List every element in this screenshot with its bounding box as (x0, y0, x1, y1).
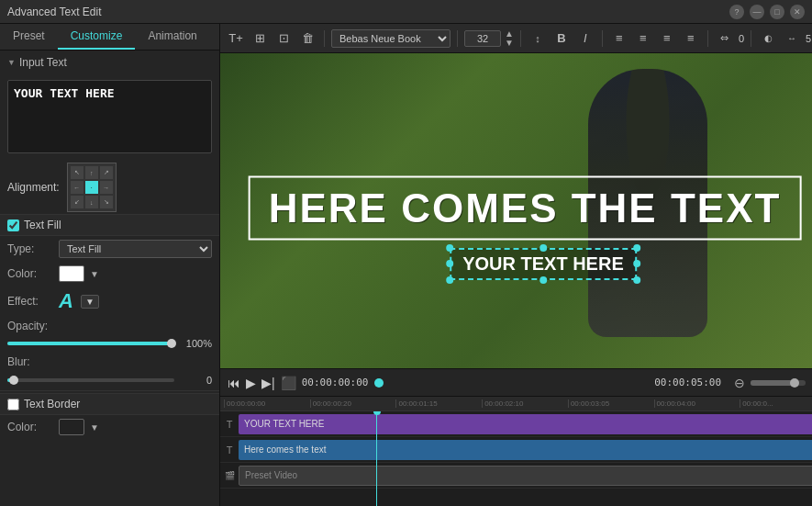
main-layout: Preset Customize Animation ▼ Input Text … (0, 24, 812, 506)
minimize-button[interactable]: — (750, 5, 764, 19)
grid-button[interactable]: ⊞ (250, 28, 270, 49)
timeline: 00:00:00:00 00:00:00:20 00:00:01:15 00:0… (220, 396, 812, 506)
left-panel: Preset Customize Animation ▼ Input Text … (0, 24, 220, 506)
handle-tm[interactable] (539, 244, 547, 252)
handle-ml[interactable] (446, 260, 453, 267)
border-color-swatch[interactable] (59, 419, 84, 435)
ruler-mark-1: 00:00:00:20 (310, 399, 396, 408)
align-bot-left[interactable]: ↙ (71, 196, 83, 208)
selected-text[interactable]: YOUR TEXT HERE (450, 248, 637, 280)
align-justify-button[interactable]: ≡ (681, 28, 701, 49)
opacity-button[interactable]: ◐ (758, 28, 778, 49)
text-border-section[interactable]: Text Border (0, 393, 219, 415)
blur-slider[interactable] (7, 378, 174, 382)
color-dropdown[interactable]: ▼ (90, 269, 99, 279)
align-top-right[interactable]: ↗ (100, 166, 113, 179)
align-top-center[interactable]: ↑ (85, 166, 98, 179)
selected-text-wrapper: YOUR TEXT HERE (450, 248, 637, 280)
handle-mr[interactable] (633, 260, 640, 267)
tab-preset[interactable]: Preset (0, 24, 58, 50)
selected-text-container[interactable]: YOUR TEXT HERE (450, 248, 637, 280)
text-border-checkbox[interactable] (7, 399, 19, 410)
track-3: 🎬 Preset Video (220, 463, 812, 489)
maximize-button[interactable]: □ (770, 5, 784, 19)
track-2-icon: T (220, 444, 239, 455)
playhead[interactable] (376, 411, 377, 506)
text-fill-checkbox[interactable] (7, 219, 19, 231)
align-mid-center[interactable]: · (85, 181, 98, 194)
zoom-slider[interactable] (751, 380, 806, 386)
opacity-value: 100% (180, 338, 212, 349)
align-mid-right[interactable]: → (100, 181, 113, 194)
handle-tl[interactable] (446, 244, 453, 252)
track-3-clip[interactable]: Preset Video (239, 466, 812, 486)
tab-animation[interactable]: Animation (135, 24, 209, 50)
size-button[interactable]: ↔ (782, 28, 802, 49)
video-background: HERE COMES THE TEXT YOUR TEXT HERE (220, 53, 812, 368)
color-row: Color: ▼ (0, 262, 219, 286)
track-1-icon: T (220, 419, 239, 430)
add-text-button[interactable]: T+ (226, 28, 246, 49)
handle-bl[interactable] (446, 276, 453, 284)
handle-bm[interactable] (539, 276, 547, 284)
type-label: Type: (7, 242, 53, 255)
align-center-button[interactable]: ≡ (633, 28, 653, 49)
rewind-button[interactable]: ⏮ (228, 376, 240, 390)
separator-2 (457, 30, 458, 47)
delete-button[interactable]: 🗑 (297, 28, 317, 49)
track-3-content[interactable]: Preset Video (239, 466, 812, 486)
track-1-content[interactable]: YOUR TEXT HERE (239, 414, 812, 434)
bold-button[interactable]: B (551, 28, 572, 49)
step-forward-button[interactable]: ▶| (261, 376, 275, 390)
align-right-button[interactable]: ≡ (657, 28, 677, 49)
playhead-dot[interactable] (374, 378, 384, 388)
layout-button[interactable]: ⊡ (273, 28, 294, 49)
timeline-tracks: T YOUR TEXT HERE T Here comes the text (220, 411, 812, 506)
handle-tr[interactable] (633, 244, 640, 252)
italic-button[interactable]: I (575, 28, 595, 49)
align-left-button[interactable]: ≡ (609, 28, 629, 49)
track-3-label: Preset Video (245, 470, 297, 480)
blur-slider-row: 0 (0, 372, 219, 388)
align-bot-center[interactable]: ↓ (85, 196, 98, 208)
handle-br[interactable] (633, 276, 640, 284)
type-row: Type: Text Fill (0, 236, 219, 262)
effect-dropdown-btn[interactable]: ▼ (81, 295, 99, 309)
type-select[interactable]: Text Fill (59, 240, 212, 258)
separator-4 (602, 30, 603, 47)
font-size-input[interactable] (464, 30, 501, 47)
align-mid-left[interactable]: ← (71, 181, 83, 194)
tab-bar: Preset Customize Animation (0, 24, 219, 51)
help-button[interactable]: ? (729, 5, 744, 19)
border-color-label: Color: (7, 421, 53, 433)
color-swatch[interactable] (59, 265, 84, 282)
opacity-slider[interactable] (7, 342, 174, 345)
play-button[interactable]: ▶ (246, 376, 256, 390)
input-text-section-header[interactable]: ▼ Input Text (0, 51, 219, 74)
opacity-row: Opacity: (0, 317, 219, 335)
close-button[interactable]: ✕ (790, 5, 805, 19)
alignment-grid[interactable]: ↖ ↑ ↗ ← · → ↙ ↓ ↘ (67, 163, 117, 212)
track-1-clip[interactable]: YOUR TEXT HERE (239, 414, 812, 434)
zoom-out-button[interactable]: ⊖ (734, 376, 745, 390)
text-fill-section[interactable]: Text Fill (0, 214, 219, 236)
align-bot-right[interactable]: ↘ (100, 196, 113, 208)
track-2-clip[interactable]: Here comes the text (239, 440, 812, 460)
record-button[interactable]: ⬛ (281, 376, 296, 390)
text-fill-label: Text Fill (24, 219, 61, 231)
font-size-spinner[interactable]: ▲▼ (505, 29, 514, 48)
spacing-button[interactable]: ⇔ (715, 28, 735, 49)
track-1-label: YOUR TEXT HERE (244, 419, 324, 429)
window-controls[interactable]: ? — □ ✕ (729, 5, 805, 19)
line-height-button[interactable]: ↕ (528, 28, 548, 49)
effect-label: Effect: (7, 295, 53, 308)
align-top-left[interactable]: ↖ (71, 166, 83, 179)
font-select[interactable]: Bebas Neue Book (331, 29, 450, 48)
tab-customize[interactable]: Customize (58, 24, 136, 50)
track-2-content[interactable]: Here comes the text (239, 440, 812, 460)
opacity-label: Opacity: (7, 320, 53, 332)
input-text-field[interactable]: YOUR TEXT HERE (7, 80, 212, 153)
border-color-dropdown[interactable]: ▼ (90, 422, 99, 433)
text-box-border: HERE COMES THE TEXT (249, 175, 802, 240)
playback-bar: ⏮ ▶ ▶| ⬛ 00:00:00:00 00:00:05:00 ⊖ ⊕ (220, 368, 812, 396)
